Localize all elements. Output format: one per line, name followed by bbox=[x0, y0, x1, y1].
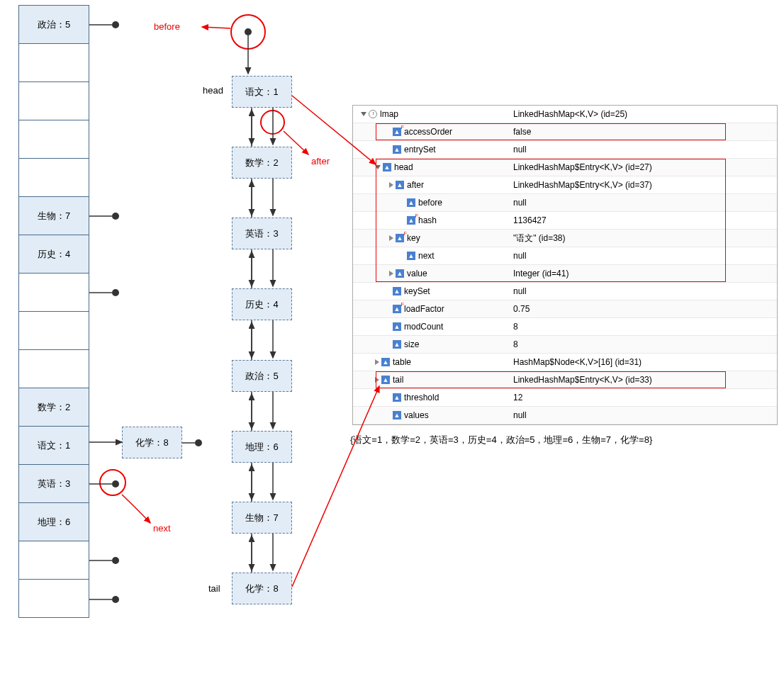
terminal-dot bbox=[112, 289, 119, 296]
field-icon: ▲ bbox=[407, 216, 415, 225]
terminal-dot bbox=[195, 439, 202, 446]
field-icon: ▲ bbox=[393, 393, 401, 402]
debugger-panel: lmapLinkedHashMap<K,V> (id=25) ▲accessOr… bbox=[352, 105, 778, 425]
object-icon bbox=[369, 110, 377, 118]
debug-row[interactable]: lmapLinkedHashMap<K,V> (id=25) bbox=[353, 106, 777, 123]
terminal-dot bbox=[112, 557, 119, 564]
array-cell-6: 历史：4 bbox=[18, 235, 89, 274]
field-icon: ▲ bbox=[393, 411, 401, 419]
terminal-dot bbox=[112, 596, 119, 603]
debug-row[interactable]: ▲accessOrderfalse bbox=[353, 123, 777, 141]
terminal-dot bbox=[112, 213, 119, 220]
field-icon: ▲ bbox=[396, 181, 404, 189]
array-cell-10: 数学：2 bbox=[18, 388, 89, 427]
next-label: next bbox=[153, 523, 171, 534]
highlight-circle-after bbox=[260, 110, 285, 135]
array-cell-8 bbox=[18, 311, 89, 350]
debug-row[interactable]: ▲afterLinkedHashMap$Entry<K,V> (id=37) bbox=[353, 176, 777, 194]
debug-row[interactable]: ▲modCount8 bbox=[353, 318, 777, 336]
tostring-output: {语文=1，数学=2，英语=3，历史=4，政治=5，地理=6，生物=7，化学=8… bbox=[350, 434, 652, 446]
field-icon: ▲ bbox=[393, 145, 401, 154]
chain-node-6: 地理：6 bbox=[232, 431, 292, 463]
tail-label: tail bbox=[208, 583, 220, 594]
debug-row[interactable]: ▲hash1136427 bbox=[353, 212, 777, 230]
debug-row[interactable]: ▲valueInteger (id=41) bbox=[353, 265, 777, 283]
field-icon: ▲ bbox=[383, 163, 391, 171]
field-icon: ▲ bbox=[381, 358, 390, 366]
debug-row[interactable]: ▲tableHashMap$Node<K,V>[16] (id=31) bbox=[353, 354, 777, 371]
array-cell-5: 生物：7 bbox=[18, 196, 89, 235]
array-cell-2 bbox=[18, 81, 89, 120]
hash-array: 政治：5 生物：7 历史：4 数学：2 语文：1 英语：3 地理：6 bbox=[18, 6, 89, 618]
debug-row[interactable]: ▲nextnull bbox=[353, 247, 777, 265]
chain-node-5: 政治：5 bbox=[232, 360, 292, 392]
debug-row[interactable]: ▲loadFactor0.75 bbox=[353, 300, 777, 318]
debug-row[interactable]: ▲size8 bbox=[353, 336, 777, 354]
field-icon: ▲ bbox=[393, 340, 401, 349]
field-icon: ▲ bbox=[396, 269, 404, 278]
array-cell-1 bbox=[18, 43, 89, 82]
debug-row[interactable]: ▲beforenull bbox=[353, 194, 777, 212]
array-cell-12: 英语：3 bbox=[18, 464, 89, 503]
array-cell-3 bbox=[18, 120, 89, 159]
debug-row[interactable]: ▲threshold12 bbox=[353, 389, 777, 407]
before-label: before bbox=[154, 21, 180, 32]
array-cell-15 bbox=[18, 579, 89, 618]
field-icon: ▲ bbox=[407, 252, 415, 260]
array-cell-9 bbox=[18, 349, 89, 388]
debug-row[interactable]: ▲key"语文" (id=38) bbox=[353, 230, 777, 247]
bucket-node: 化学：8 bbox=[122, 427, 182, 458]
field-icon: ▲ bbox=[381, 376, 390, 384]
array-cell-4 bbox=[18, 158, 89, 197]
field-icon: ▲ bbox=[393, 128, 401, 136]
field-icon: ▲ bbox=[393, 305, 401, 313]
field-icon: ▲ bbox=[407, 198, 415, 207]
terminal-dot bbox=[112, 21, 119, 28]
after-label: after bbox=[311, 156, 330, 167]
chain-node-7: 生物：7 bbox=[232, 502, 292, 534]
debug-row[interactable]: ▲keySetnull bbox=[353, 283, 777, 300]
debug-row[interactable]: ▲headLinkedHashMap$Entry<K,V> (id=27) bbox=[353, 159, 777, 176]
highlight-circle-next bbox=[99, 469, 126, 496]
array-cell-13: 地理：6 bbox=[18, 502, 89, 541]
field-icon: ▲ bbox=[393, 287, 401, 295]
chain-node-4: 历史：4 bbox=[232, 288, 292, 320]
array-cell-0: 政治：5 bbox=[18, 5, 89, 44]
field-icon: ▲ bbox=[393, 322, 401, 331]
highlight-circle-head bbox=[230, 14, 266, 50]
chain-node-3: 英语：3 bbox=[232, 218, 292, 249]
array-cell-11: 语文：1 bbox=[18, 426, 89, 465]
chain-node-8: 化学：8 bbox=[232, 573, 292, 604]
field-icon: ▲ bbox=[396, 234, 404, 242]
svg-line-30 bbox=[202, 27, 230, 28]
debug-row[interactable]: ▲entrySetnull bbox=[353, 141, 777, 159]
array-cell-7 bbox=[18, 273, 89, 312]
chain-node-2: 数学：2 bbox=[232, 147, 292, 179]
debug-row[interactable]: ▲tailLinkedHashMap$Entry<K,V> (id=33) bbox=[353, 371, 777, 389]
chain-node-1: 语文：1 bbox=[232, 76, 292, 108]
head-label: head bbox=[203, 85, 223, 96]
array-cell-14 bbox=[18, 541, 89, 580]
debug-row[interactable]: ▲valuesnull bbox=[353, 407, 777, 424]
